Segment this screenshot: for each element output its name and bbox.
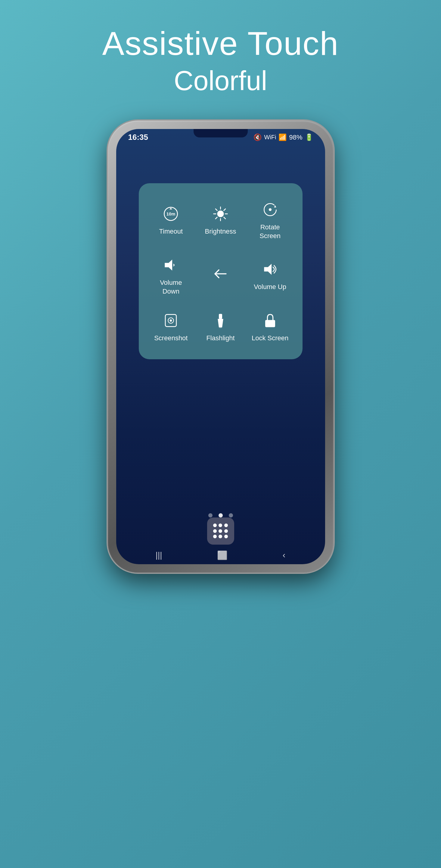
brightness-label: Brightness — [205, 227, 236, 236]
page-title: Assistive Touch Colorful — [102, 24, 339, 96]
svg-marker-20 — [218, 319, 223, 327]
status-icons: 🔇 WiFi 📶 98% 🔋 — [253, 133, 313, 141]
sub-title: Colorful — [102, 65, 339, 96]
svg-point-2 — [217, 211, 224, 217]
home-dot — [224, 529, 228, 533]
lock-icon — [260, 311, 280, 330]
home-button[interactable] — [207, 518, 234, 545]
status-time: 16:35 — [128, 133, 148, 142]
phone-screen: 16:35 🔇 WiFi 📶 98% 🔋 10m — [116, 129, 325, 564]
svg-marker-15 — [264, 264, 272, 275]
screenshot-label: Screenshot — [154, 334, 188, 343]
home-nav-icon[interactable]: ⬜ — [217, 550, 228, 560]
brightness-icon — [211, 204, 230, 224]
phone-notch — [194, 129, 248, 137]
panel-item-back[interactable] — [197, 249, 244, 302]
lock-screen-label: Lock Screen — [252, 334, 289, 343]
volume-up-label: Volume Up — [254, 283, 286, 291]
wifi-icon: WiFi — [264, 134, 276, 141]
mute-icon: 🔇 — [253, 133, 262, 141]
home-dot — [218, 535, 222, 538]
volume-down-label: VolumeDown — [160, 278, 182, 296]
home-dot — [213, 529, 217, 533]
rotate-icon — [260, 200, 280, 219]
svg-point-12 — [269, 208, 272, 211]
home-dot — [224, 524, 228, 527]
home-dots — [213, 524, 228, 538]
nav-dot-3 — [229, 513, 233, 518]
flashlight-label: Flashlight — [206, 334, 235, 343]
flashlight-icon — [211, 311, 230, 330]
recent-apps-icon[interactable]: ||| — [156, 550, 162, 560]
svg-line-8 — [224, 217, 226, 219]
svg-line-7 — [215, 209, 217, 211]
svg-text:10m: 10m — [166, 212, 175, 216]
svg-line-9 — [224, 209, 226, 211]
svg-marker-13 — [165, 259, 172, 271]
panel-grid: 10m Timeout — [148, 194, 294, 349]
panel-item-volume-down[interactable]: VolumeDown — [148, 249, 195, 302]
battery-text: 98% — [289, 133, 302, 141]
nav-dot-1 — [208, 513, 212, 518]
nav-dots — [116, 513, 325, 518]
panel-item-rotate[interactable]: RotateScreen — [247, 194, 294, 246]
panel-item-screenshot[interactable]: Screenshot — [148, 305, 195, 349]
bottom-nav: ||| ⬜ ‹ — [116, 546, 325, 564]
home-dot — [213, 524, 217, 527]
back-nav-icon[interactable]: ‹ — [283, 550, 285, 560]
battery-icon: 🔋 — [305, 133, 313, 141]
screenshot-icon — [161, 311, 181, 330]
home-dot — [218, 524, 222, 527]
rotate-label: RotateScreen — [260, 223, 280, 240]
svg-rect-22 — [265, 320, 275, 327]
phone-wrapper: 16:35 🔇 WiFi 📶 98% 🔋 10m — [108, 121, 334, 572]
back-icon — [211, 264, 230, 284]
home-dot — [224, 535, 228, 538]
signal-icon: 📶 — [278, 133, 286, 141]
timeout-icon: 10m — [161, 204, 181, 224]
volume-down-icon — [161, 255, 181, 275]
svg-point-18 — [170, 319, 172, 321]
volume-up-icon — [260, 259, 280, 279]
assistive-touch-panel: 10m Timeout — [139, 183, 303, 359]
timeout-label: Timeout — [159, 227, 183, 236]
home-dot — [213, 535, 217, 538]
home-dot — [218, 529, 222, 533]
panel-item-brightness[interactable]: Brightness — [197, 194, 244, 246]
panel-item-volume-up[interactable]: Volume Up — [247, 249, 294, 302]
nav-dot-2 — [218, 513, 223, 518]
panel-item-timeout[interactable]: 10m Timeout — [148, 194, 195, 246]
panel-item-flashlight[interactable]: Flashlight — [197, 305, 244, 349]
svg-point-21 — [219, 327, 222, 328]
svg-line-10 — [215, 217, 217, 219]
svg-rect-19 — [219, 314, 222, 319]
main-title: Assistive Touch — [102, 24, 339, 62]
panel-item-lock[interactable]: Lock Screen — [247, 305, 294, 349]
